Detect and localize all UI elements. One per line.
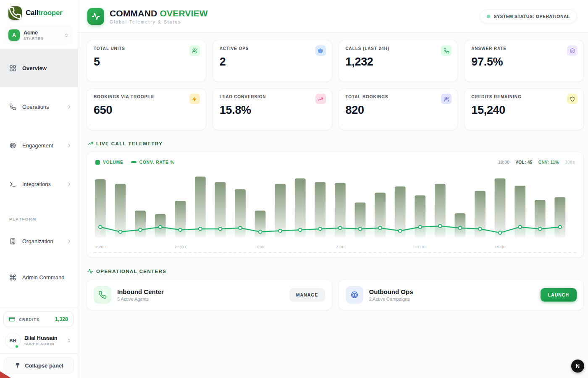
stat-card-calls-last-24h: CALLS (LAST 24H)1,232	[339, 40, 458, 82]
outbound-ops-name: Outbound Ops	[369, 288, 535, 295]
legend-volume-label: VOLUME	[103, 160, 123, 165]
collapse-panel-button[interactable]: Collapse panel	[4, 357, 74, 374]
centers-section-title: OPERATIONAL CENTERS	[96, 269, 166, 274]
centers-grid: Inbound Center 5 Active Agents MANAGE Ou…	[87, 279, 584, 310]
outbound-ops-subtitle: 2 Active Campaigns	[369, 297, 535, 302]
brand-name-bold: Call	[26, 9, 38, 17]
user-name: Bilal Hussain	[24, 335, 62, 341]
svg-text:15:00: 15:00	[495, 244, 506, 249]
stat-card-answer-rate: ANSWER RATE97.5%	[464, 40, 584, 82]
stat-label: ANSWER RATE	[471, 46, 577, 51]
sidebar-item-label: Integrations	[22, 181, 60, 187]
inbound-center-meta: Inbound Center 5 Active Agents	[117, 288, 284, 302]
shield-icon	[567, 94, 578, 104]
pin-icon	[14, 362, 21, 369]
sidebar-item-label: Overview	[22, 65, 72, 71]
sidebar-item-label: Admin Command	[22, 274, 72, 281]
page-subtitle: Global Telemetry & Status	[110, 20, 208, 24]
chevron-right-icon	[66, 181, 72, 187]
workspace-avatar: A	[8, 29, 20, 41]
activity-icon	[87, 8, 104, 25]
activity-icon	[87, 268, 93, 274]
stat-value: 5	[94, 55, 199, 68]
stat-value: 15,240	[471, 104, 577, 117]
sidebar-item-admin-command[interactable]: Admin Command	[0, 259, 78, 295]
stat-label: TOTAL BOOKINGS	[346, 94, 451, 99]
target-icon	[9, 142, 16, 149]
readout-volume: VOL: 45	[515, 160, 533, 165]
sidebar-item-organization[interactable]: Organization	[0, 223, 78, 259]
main-nav: OverviewOperationsEngagementIntegrations	[0, 49, 78, 203]
svg-text:7:00: 7:00	[336, 244, 345, 249]
avatar-initials: BH	[10, 338, 16, 343]
stat-value: 820	[346, 104, 451, 117]
svg-text:23:00: 23:00	[175, 244, 186, 249]
brand: Calltrooper	[0, 0, 78, 23]
platform-nav: OrganizationAdmin Command	[0, 223, 78, 295]
app-root: Calltrooper A Acme STARTER OverviewOpera…	[0, 0, 588, 378]
sidebar-item-operations[interactable]: Operations	[0, 87, 78, 126]
stat-value: 1,232	[346, 55, 451, 68]
inbound-center-card: Inbound Center 5 Active Agents MANAGE	[87, 279, 332, 310]
stat-card-total-units: TOTAL UNITS5	[87, 40, 206, 82]
target-icon	[346, 286, 363, 304]
svg-text:19:00: 19:00	[95, 244, 106, 249]
user-menu[interactable]: BH Bilal Hussain SUPER ADMIN	[0, 329, 78, 352]
stat-card-lead-conversion: LEAD CONVERSION15.8%	[213, 88, 332, 130]
system-status-badge: SYSTEM STATUS: OPERATIONAL	[480, 10, 577, 23]
sidebar-item-integrations[interactable]: Integrations	[0, 165, 78, 203]
conv-rate-marker	[131, 161, 136, 163]
sidebar: Calltrooper A Acme STARTER OverviewOpera…	[0, 0, 78, 378]
chart-legend: VOLUME CONV. RATE %	[95, 160, 174, 165]
stat-value: 650	[94, 104, 199, 117]
chart-readout: 18:00 VOL: 45 CNV: 11% 300s	[498, 160, 575, 165]
status-badge-label: SYSTEM STATUS: OPERATIONAL	[494, 14, 570, 19]
target-icon	[315, 45, 326, 56]
phone-icon	[94, 286, 111, 304]
grid-icon	[9, 65, 16, 72]
stat-value: 97.5%	[471, 55, 577, 68]
chevron-right-icon	[66, 104, 72, 110]
workspace-name: Acme	[24, 30, 60, 36]
collapse-row: Collapse panel	[0, 353, 78, 378]
readout-time: 18:00	[498, 160, 510, 165]
chevrons-up-down-icon	[66, 338, 72, 344]
stat-value: 15.8%	[220, 104, 325, 117]
workspace-selector[interactable]: A Acme STARTER	[5, 26, 73, 45]
workspace-plan: STARTER	[24, 37, 60, 41]
trending-up-icon	[315, 94, 326, 104]
centers-section-head: OPERATIONAL CENTERS	[87, 268, 584, 274]
title-text: COMMAND OVERVIEW Global Telemetry & Stat…	[110, 8, 208, 24]
stat-label: ACTIVE OPS	[220, 46, 325, 51]
readout-conversion: CNV: 11%	[538, 160, 559, 165]
collapse-panel-label: Collapse panel	[25, 362, 63, 369]
nextjs-dev-button[interactable]: N	[571, 360, 584, 373]
workspace-meta: Acme STARTER	[24, 30, 60, 41]
stat-label: BOOKINGS VIA TROOPER	[94, 94, 199, 99]
users-icon	[189, 45, 200, 56]
legend-conv-rate-label: CONV. RATE %	[139, 160, 175, 165]
stat-label: TOTAL UNITS	[94, 46, 199, 51]
sidebar-item-engagement[interactable]: Engagement	[0, 126, 78, 165]
credit-card-icon	[9, 316, 16, 323]
manage-button[interactable]: MANAGE	[289, 288, 325, 302]
telemetry-chart[interactable]: 19:0023:003:007:0011:0015:00	[94, 170, 577, 254]
launch-button[interactable]: LAUNCH	[541, 288, 577, 302]
sidebar-item-overview[interactable]: Overview	[0, 49, 78, 87]
inbound-center-name: Inbound Center	[117, 288, 284, 295]
main-area: COMMAND OVERVIEW Global Telemetry & Stat…	[78, 0, 588, 378]
telemetry-section-title: LIVE CALL TELEMETRY	[96, 141, 163, 146]
user-meta: Bilal Hussain SUPER ADMIN	[24, 335, 62, 346]
trending-up-icon	[87, 141, 93, 147]
volume-marker	[95, 160, 100, 165]
brand-name: Calltrooper	[26, 9, 62, 17]
avatar: BH	[5, 333, 21, 348]
credits-value: 1,328	[55, 316, 68, 322]
stats-grid: TOTAL UNITS5ACTIVE OPS2CALLS (LAST 24H)1…	[87, 40, 584, 130]
sidebar-footer: CREDITS 1,328 BH Bilal Hussain SUPER ADM…	[0, 307, 78, 378]
stat-label: CREDITS REMAINING	[471, 94, 577, 99]
stat-value: 2	[220, 55, 325, 68]
legend-volume: VOLUME	[95, 160, 123, 165]
outbound-ops-meta: Outbound Ops 2 Active Campaigns	[369, 288, 535, 302]
chevrons-up-down-icon	[63, 32, 69, 38]
